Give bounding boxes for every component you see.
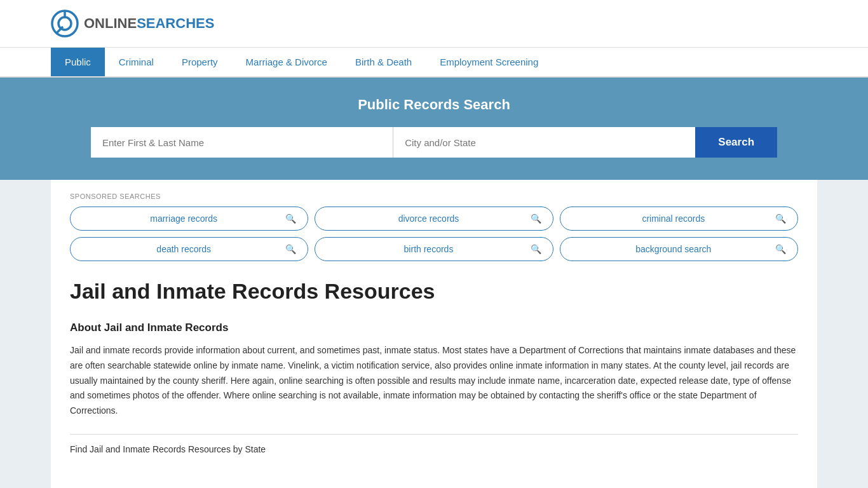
main-content: SPONSORED SEARCHES marriage records 🔍 di…: [51, 180, 817, 488]
sponsored-item-death-text: death records: [82, 244, 285, 254]
logo-text: ONLINESEARCHES: [84, 15, 214, 32]
search-banner: Public Records Search Search: [0, 78, 868, 180]
find-state-section: Find Jail and Inmate Records Resources b…: [70, 434, 798, 455]
sponsored-item-birth[interactable]: birth records 🔍: [315, 237, 553, 261]
page-title: Jail and Inmate Records Resources: [70, 279, 798, 304]
sponsored-item-background-text: background search: [572, 244, 775, 254]
sponsored-item-marriage[interactable]: marriage records 🔍: [70, 207, 308, 231]
sponsored-item-death[interactable]: death records 🔍: [70, 237, 308, 261]
sponsored-item-divorce[interactable]: divorce records 🔍: [315, 207, 553, 231]
nav-item-marriage-divorce[interactable]: Marriage & Divorce: [232, 48, 341, 76]
search-button[interactable]: Search: [695, 127, 777, 158]
sponsored-item-divorce-text: divorce records: [327, 214, 530, 224]
logo[interactable]: ONLINESEARCHES: [51, 10, 214, 37]
search-icon-2: 🔍: [775, 214, 786, 224]
logo-icon: [51, 10, 79, 37]
about-text: Jail and inmate records provide informat…: [70, 343, 798, 419]
sponsored-item-criminal[interactable]: criminal records 🔍: [560, 207, 798, 231]
header: ONLINESEARCHES: [0, 0, 868, 48]
nav-item-criminal[interactable]: Criminal: [105, 48, 168, 76]
nav-item-property[interactable]: Property: [168, 48, 232, 76]
sponsored-item-criminal-text: criminal records: [572, 214, 775, 224]
sponsored-item-background[interactable]: background search 🔍: [560, 237, 798, 261]
name-input[interactable]: [91, 127, 393, 158]
search-icon-1: 🔍: [531, 214, 541, 224]
location-input[interactable]: [393, 127, 695, 158]
nav: Public Criminal Property Marriage & Divo…: [0, 48, 868, 78]
search-icon-5: 🔍: [775, 244, 786, 254]
find-state-label: Find Jail and Inmate Records Resources b…: [70, 444, 266, 454]
search-icon-4: 🔍: [531, 244, 541, 254]
search-icon-0: 🔍: [285, 214, 296, 224]
nav-item-public[interactable]: Public: [51, 48, 105, 76]
nav-item-employment[interactable]: Employment Screening: [426, 48, 552, 76]
sponsored-grid: marriage records 🔍 divorce records 🔍 cri…: [70, 207, 798, 261]
nav-item-birth-death[interactable]: Birth & Death: [341, 48, 426, 76]
about-heading: About Jail and Inmate Records: [70, 322, 798, 334]
sponsored-label: SPONSORED SEARCHES: [70, 193, 798, 200]
sponsored-item-marriage-text: marriage records: [82, 214, 285, 224]
sponsored-item-birth-text: birth records: [327, 244, 530, 254]
search-form: Search: [91, 127, 777, 158]
search-banner-title: Public Records Search: [51, 97, 817, 113]
search-icon-3: 🔍: [285, 244, 296, 254]
